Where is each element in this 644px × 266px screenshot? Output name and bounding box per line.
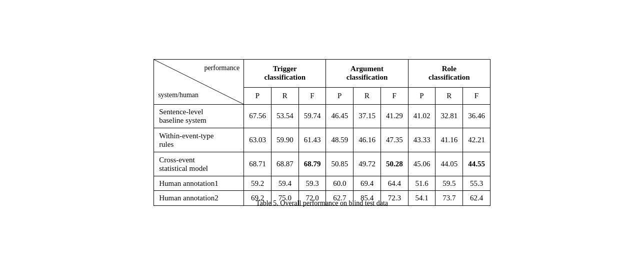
table-row: Human annotation159.259.459.360.069.464.… bbox=[154, 176, 490, 191]
cell-r1-c0: 63.03 bbox=[244, 128, 272, 152]
argument-r: R bbox=[354, 87, 381, 104]
cell-r1-c2: 61.43 bbox=[298, 128, 326, 152]
cell-r1-c1: 59.90 bbox=[271, 128, 298, 152]
argument-p: P bbox=[326, 87, 354, 104]
cell-r3-c4: 69.4 bbox=[354, 176, 381, 191]
cell-r3-c2: 59.3 bbox=[298, 176, 326, 191]
cell-r0-c2: 59.74 bbox=[298, 104, 326, 128]
cell-r0-c7: 32.81 bbox=[436, 104, 463, 128]
cell-r2-c6: 45.06 bbox=[408, 152, 436, 176]
cell-r0-c0: 67.56 bbox=[244, 104, 272, 128]
trigger-f: F bbox=[298, 87, 326, 104]
header-row-1: performance system/human Triggerclassifi… bbox=[154, 59, 490, 87]
trigger-header: Triggerclassification bbox=[244, 59, 326, 87]
cell-r3-c7: 59.5 bbox=[436, 176, 463, 191]
main-container: performance system/human Triggerclassifi… bbox=[154, 59, 490, 207]
row-label-0: Sentence-levelbaseline system bbox=[154, 104, 244, 128]
table-row: Sentence-levelbaseline system67.5653.545… bbox=[154, 104, 490, 128]
row-label-3: Human annotation1 bbox=[154, 176, 244, 191]
diagonal-top-text: performance bbox=[204, 64, 240, 73]
cell-r1-c3: 48.59 bbox=[326, 128, 354, 152]
cell-r1-c5: 47.35 bbox=[380, 128, 408, 152]
cell-r0-c6: 41.02 bbox=[408, 104, 436, 128]
trigger-p: P bbox=[244, 87, 272, 104]
trigger-r: R bbox=[271, 87, 298, 104]
row-label-1: Within-event-typerules bbox=[154, 128, 244, 152]
cell-r3-c5: 64.4 bbox=[380, 176, 408, 191]
cell-r0-c8: 36.46 bbox=[463, 104, 490, 128]
table-row: Cross-eventstatistical model68.7168.8768… bbox=[154, 152, 490, 176]
cell-r3-c8: 55.3 bbox=[463, 176, 490, 191]
results-table: performance system/human Triggerclassifi… bbox=[154, 59, 490, 195]
cell-r2-c3: 50.85 bbox=[326, 152, 354, 176]
role-p: P bbox=[408, 87, 436, 104]
cell-r2-c2: 68.79 bbox=[298, 152, 326, 176]
cell-r3-c6: 51.6 bbox=[408, 176, 436, 191]
diagonal-bottom-text: system/human bbox=[158, 91, 198, 100]
cell-r2-c8: 44.55 bbox=[463, 152, 490, 176]
role-f: F bbox=[463, 87, 490, 104]
table-row: Within-event-typerules63.0359.9061.4348.… bbox=[154, 128, 490, 152]
cell-r3-c0: 59.2 bbox=[244, 176, 272, 191]
cell-r2-c0: 68.71 bbox=[244, 152, 272, 176]
cell-r4-c7: 73.7 bbox=[436, 191, 463, 205]
argument-header: Argumentclassification bbox=[326, 59, 408, 87]
cell-r1-c6: 43.33 bbox=[408, 128, 436, 152]
cell-r1-c4: 46.16 bbox=[354, 128, 381, 152]
role-header: Roleclassification bbox=[408, 59, 490, 87]
diagonal-header-cell: performance system/human bbox=[154, 59, 244, 104]
row-label-2: Cross-eventstatistical model bbox=[154, 152, 244, 176]
cell-r0-c3: 46.45 bbox=[326, 104, 354, 128]
cell-r1-c7: 41.16 bbox=[436, 128, 463, 152]
cell-r0-c5: 41.29 bbox=[380, 104, 408, 128]
role-r: R bbox=[436, 87, 463, 104]
argument-f: F bbox=[380, 87, 408, 104]
cell-r2-c5: 50.28 bbox=[380, 152, 408, 176]
cell-r4-c8: 62.4 bbox=[463, 191, 490, 205]
cell-r2-c4: 49.72 bbox=[354, 152, 381, 176]
cell-r0-c1: 53.54 bbox=[271, 104, 298, 128]
cell-r1-c8: 42.21 bbox=[463, 128, 490, 152]
cell-r3-c1: 59.4 bbox=[271, 176, 298, 191]
table-caption: Table 5. Overall performance on blind te… bbox=[256, 199, 388, 207]
cell-r4-c6: 54.1 bbox=[408, 191, 436, 205]
row-label-4: Human annotation2 bbox=[154, 191, 244, 205]
cell-r2-c1: 68.87 bbox=[271, 152, 298, 176]
cell-r2-c7: 44.05 bbox=[436, 152, 463, 176]
cell-r3-c3: 60.0 bbox=[326, 176, 354, 191]
cell-r0-c4: 37.15 bbox=[354, 104, 381, 128]
